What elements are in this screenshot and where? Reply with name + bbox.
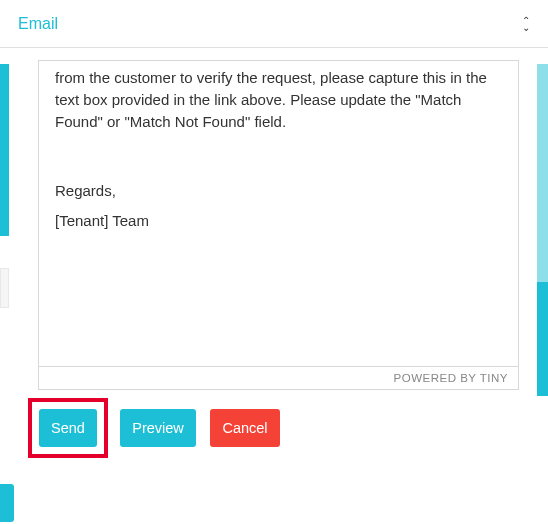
bottom-left-accent — [0, 484, 14, 522]
email-body[interactable]: from the customer to verify the request,… — [39, 61, 518, 366]
action-button-row: Send Preview Cancel — [28, 398, 280, 458]
editor-branding: POWERED BY TINY — [39, 366, 518, 389]
body-text: from the customer to verify the request,… — [55, 67, 502, 132]
email-editor: from the customer to verify the request,… — [38, 60, 519, 390]
right-accent-bar — [537, 282, 548, 396]
send-highlight-box: Send — [28, 398, 108, 458]
expand-collapse-icon[interactable]: ⌃ ⌄ — [522, 17, 530, 31]
panel-title: Email — [18, 15, 58, 33]
preview-button[interactable]: Preview — [120, 409, 196, 447]
content-area: from the customer to verify the request,… — [0, 48, 548, 484]
left-accent-bar — [0, 64, 9, 236]
send-button[interactable]: Send — [39, 409, 97, 447]
cancel-button[interactable]: Cancel — [210, 409, 280, 447]
panel-header: Email ⌃ ⌄ — [0, 0, 548, 48]
right-accent-bar-light — [537, 64, 548, 282]
signature-team: [Tenant] Team — [55, 210, 502, 232]
left-accent-panel — [0, 268, 9, 308]
signature-regards: Regards, — [55, 180, 502, 202]
